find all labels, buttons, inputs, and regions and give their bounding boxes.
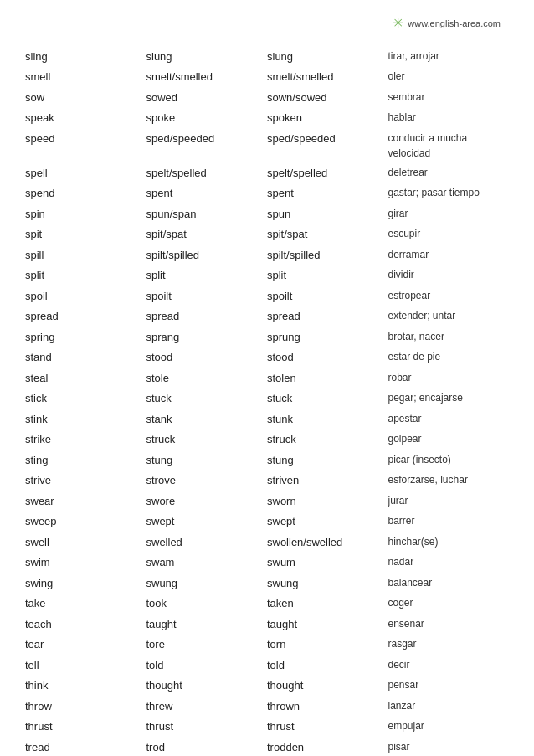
table-cell: balancear <box>388 573 510 594</box>
table-cell: strove <box>146 471 268 491</box>
table-cell: tirar, arrojar <box>388 46 510 67</box>
table-cell: spin <box>25 203 146 224</box>
table-cell: swung <box>267 573 388 594</box>
table-cell: trodden <box>267 737 388 756</box>
table-cell: told <box>146 655 268 676</box>
table-row: spreadspreadspreadextender; untar <box>25 306 509 327</box>
table-cell: swing <box>25 573 146 594</box>
table-cell: enseñar <box>388 614 510 635</box>
table-cell: empujar <box>388 717 510 738</box>
table-cell: thrust <box>146 717 268 738</box>
table-cell: sown/sowed <box>267 87 388 108</box>
table-row: spitspit/spatspit/spatescupir <box>25 224 509 245</box>
table-row: spinspun/spanspungirar <box>25 203 509 224</box>
table-cell: strike <box>25 429 146 450</box>
table-row: swingswungswungbalancear <box>25 573 509 594</box>
table-cell: torn <box>267 635 388 656</box>
table-cell: teach <box>25 614 146 635</box>
table-row: teachtaughttaughtenseñar <box>25 614 509 635</box>
table-cell: stuck <box>267 388 388 409</box>
table-cell: spilt/spilled <box>146 244 268 265</box>
table-cell: stuck <box>146 388 268 409</box>
table-row: splitsplitsplitdividir <box>25 265 509 286</box>
page: ✳ www.english-area.com slingslungslungti… <box>0 0 534 756</box>
table-cell: spoilt <box>146 285 268 306</box>
table-cell: deletrear <box>388 162 510 183</box>
table-cell: swore <box>146 491 268 512</box>
table-cell: brotar, nacer <box>388 327 510 347</box>
table-row: telltoldtolddecir <box>25 655 509 676</box>
table-cell: struck <box>146 429 268 450</box>
table-row: sowsowedsown/sowedsembrar <box>25 87 509 108</box>
table-cell: spun/span <box>146 203 268 224</box>
table-cell: sow <box>25 87 146 108</box>
table-cell: sprang <box>146 327 268 347</box>
table-cell: sped/speeded <box>267 128 388 162</box>
table-cell: stunk <box>267 409 388 429</box>
table-cell: thrust <box>25 717 146 738</box>
table-cell: spilt/spilled <box>267 244 388 265</box>
table-cell: smelt/smelled <box>267 67 388 88</box>
table-cell: stung <box>267 450 388 471</box>
table-cell: take <box>25 594 146 615</box>
table-cell: barrer <box>388 512 510 532</box>
table-row: springsprangsprungbrotar, nacer <box>25 327 509 347</box>
table-cell: spoil <box>25 285 146 306</box>
table-cell: spread <box>25 306 146 327</box>
table-cell: split <box>267 265 388 286</box>
table-cell: slung <box>267 46 388 67</box>
table-cell: estropear <box>388 285 510 306</box>
table-cell: swelled <box>146 532 268 553</box>
table-cell: thrust <box>267 717 388 738</box>
table-row: sweepsweptsweptbarrer <box>25 512 509 532</box>
table-cell: pegar; encajarse <box>388 388 510 409</box>
table-row: taketooktakencoger <box>25 594 509 615</box>
table-cell: escupir <box>388 224 510 245</box>
table-row: standstoodstoodestar de pie <box>25 347 509 368</box>
table-cell: swam <box>146 553 268 573</box>
table-cell: trod <box>146 737 268 756</box>
table-cell: spit/spat <box>267 224 388 245</box>
table-cell: steal <box>25 368 146 388</box>
table-cell: tear <box>25 635 146 656</box>
table-cell: taken <box>267 594 388 615</box>
table-cell: lanzar <box>388 696 510 717</box>
table-cell: split <box>146 265 268 286</box>
table-cell: spill <box>25 244 146 265</box>
table-cell: spring <box>25 327 146 347</box>
table-cell: stood <box>146 347 268 368</box>
table-cell: spun <box>267 203 388 224</box>
table-cell: esforzarse, luchar <box>388 471 510 491</box>
table-cell: swum <box>267 553 388 573</box>
table-cell: sprung <box>267 327 388 347</box>
table-cell: spelt/spelled <box>146 162 268 183</box>
table-row: throwthrewthrownlanzar <box>25 696 509 717</box>
table-cell: jurar <box>388 491 510 512</box>
table-cell: spent <box>267 183 388 204</box>
table-row: thinkthoughtthoughtpensar <box>25 676 509 697</box>
table-cell: told <box>267 655 388 676</box>
table-row: slingslungslungtirar, arrojar <box>25 46 509 67</box>
table-row: swimswamswumnadar <box>25 553 509 573</box>
table-row: speakspokespokenhablar <box>25 108 509 129</box>
table-cell: golpear <box>388 429 510 450</box>
table-cell: girar <box>388 203 510 224</box>
table-cell: stand <box>25 347 146 368</box>
logo-area: ✳ www.english-area.com <box>393 15 501 31</box>
table-cell: spoilt <box>267 285 388 306</box>
table-cell: spit/spat <box>146 224 268 245</box>
table-row: spendspentspentgastar; pasar tiempo <box>25 183 509 204</box>
table-row: smellsmelt/smelledsmelt/smelledoler <box>25 67 509 88</box>
table-cell: spelt/spelled <box>267 162 388 183</box>
table-cell: stank <box>146 409 268 429</box>
table-cell: spread <box>267 306 388 327</box>
table-row: stinkstankstunkapestar <box>25 409 509 429</box>
table-cell: spoke <box>146 108 268 129</box>
table-cell: derramar <box>388 244 510 265</box>
table-cell: dividir <box>388 265 510 286</box>
table-cell: spit <box>25 224 146 245</box>
table-cell: picar (insecto) <box>388 450 510 471</box>
table-cell: thrown <box>267 696 388 717</box>
table-cell: swell <box>25 532 146 553</box>
table-cell: think <box>25 676 146 697</box>
